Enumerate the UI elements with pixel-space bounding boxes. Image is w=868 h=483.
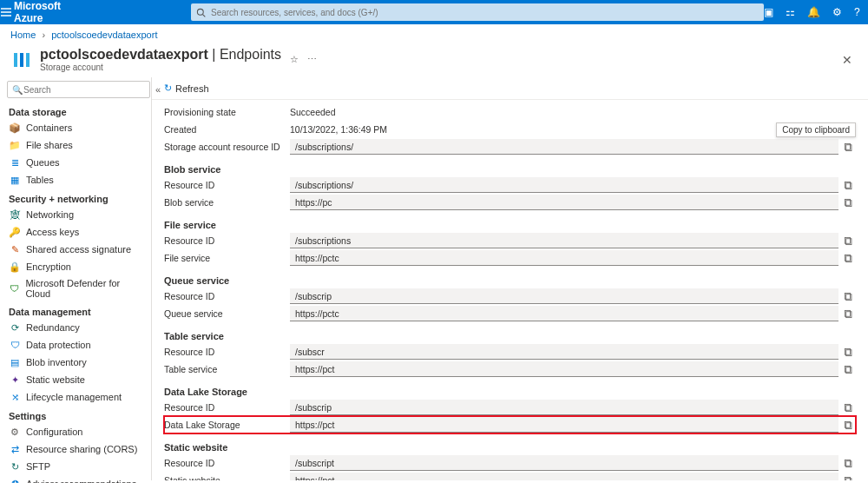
sidebar-item-label: Tables [26,175,54,185]
sidebar-item-advisor-recommendations[interactable]: ✪Advisor recommendations [0,475,151,483]
sidebar-item-encryption[interactable]: 🔒Encryption [0,258,151,275]
sidebar-item-shared-access-signature[interactable]: ✎Shared access signature [0,241,151,258]
property-field[interactable]: /subscriptions [290,233,838,248]
global-search-box[interactable] [191,3,764,21]
notifications-icon[interactable]: 🔔 [807,6,820,18]
property-value: 10/13/2022, 1:36:49 PM [290,124,387,135]
blade-name: Endpoints [220,47,281,62]
property-label: Data Lake Storage [164,420,290,430]
global-search [191,3,764,21]
sftp-icon: ↻ [9,460,21,473]
tables-icon: ▦ [9,174,21,186]
sidebar-item-sftp[interactable]: ↻SFTP [0,458,151,475]
copy-icon[interactable] [840,400,856,415]
copy-icon[interactable] [840,344,856,360]
sidebar-item-label: Static website [26,374,85,385]
copy-icon[interactable] [840,288,856,304]
sidebar-item-blob-inventory[interactable]: ▤Blob inventory [0,354,151,371]
sidebar-item-access-keys[interactable]: 🔑Access keys [0,223,151,241]
sidebar-item-resource-sharing-cors-[interactable]: ⇄Resource sharing (CORS) [0,440,151,458]
property-field[interactable]: https://pct [290,417,838,433]
property-row: Queue servicehttps://pctc [164,305,856,322]
sidebar-item-redundancy[interactable]: ⟳Redundancy [0,319,151,336]
svg-rect-3 [20,53,23,67]
property-label: Resource ID [164,347,290,357]
property-field[interactable]: https://pc [290,195,838,210]
property-field[interactable]: /subscrip [290,288,838,304]
sidebar-item-configuration[interactable]: ⚙Configuration [0,423,151,440]
sidebar-search-input[interactable] [7,81,150,98]
pin-icon[interactable]: ☆ [290,54,299,65]
sidebar-item-tables[interactable]: ▦Tables [0,171,151,189]
copy-icon[interactable] [840,306,856,321]
property-field[interactable]: https://pct [290,361,838,377]
refresh-label: Refresh [175,83,209,94]
global-search-input[interactable] [211,8,759,17]
sidebar-item-microsoft-defender-for-cloud[interactable]: 🛡Microsoft Defender for Cloud [0,275,151,301]
sidebar-item-label: Encryption [26,261,71,272]
copy-icon[interactable] [840,473,856,480]
help-icon[interactable]: ? [854,6,860,18]
copy-icon[interactable] [840,195,856,210]
property-field[interactable]: /subscriptions/ [290,139,838,155]
encryption-icon: 🔒 [9,261,21,273]
brand[interactable]: Microsoft Azure [12,0,191,24]
resource-type-icon [10,49,33,71]
containers-icon: 📦 [9,122,21,134]
property-field[interactable]: /subscriptions/ [290,177,838,193]
breadcrumb: Home › pctoolscoedevdataexport [0,24,868,45]
redundancy-icon: ⟳ [9,321,21,334]
settings-icon[interactable]: ⚙ [832,6,842,18]
sidebar-item-label: Shared access signature [26,244,131,255]
sidebar-item-containers[interactable]: 📦Containers [0,119,151,136]
refresh-button[interactable]: ↻ Refresh [164,83,209,94]
property-label: Queue service [164,308,290,319]
property-field[interactable]: /subscr [290,344,838,360]
copy-icon[interactable] [840,455,856,471]
sidebar-item-file-shares[interactable]: 📁File shares [0,136,151,154]
copy-icon[interactable] [840,177,856,193]
property-label: Resource ID [164,291,290,301]
sidebar-item-label: Configuration [26,427,82,437]
sidebar-item-label: Blob inventory [26,357,87,367]
svg-rect-29 [845,478,851,480]
cloud-shell-icon[interactable]: ▣ [764,6,773,18]
property-row: Resource ID/subscript [164,454,856,472]
command-bar: ↻ Refresh [152,77,868,100]
property-label: Provisioning state [164,107,290,117]
property-label: File service [164,253,290,263]
more-icon[interactable]: ⋯ [307,54,317,65]
hamburger-icon[interactable] [0,6,12,18]
property-field[interactable]: https://pctc [290,306,838,321]
resource-name: pctoolscoedevdataexport [40,47,208,62]
property-field[interactable]: /subscrip [290,400,838,415]
sidebar-item-data-protection[interactable]: 🛡Data protection [0,336,151,354]
sidebar-item-queues[interactable]: ≣Queues [0,154,151,171]
copy-icon[interactable] [840,417,856,433]
topbar: Microsoft Azure ▣ ⚏ 🔔 ⚙ ? ☺ [0,0,868,24]
property-label: Static website [164,475,290,480]
sidebar-item-lifecycle-management[interactable]: ⤨Lifecycle management [0,388,151,406]
sidebar-item-static-website[interactable]: ✦Static website [0,371,151,388]
sidebar-item-label: Queues [26,157,60,168]
breadcrumb-home[interactable]: Home [10,30,36,40]
copy-icon[interactable] [840,250,856,266]
copy-icon[interactable] [840,139,856,155]
svg-point-0 [197,9,203,15]
property-label: Created [164,124,290,135]
sidebar-section-title: Data storage [0,102,151,119]
access-keys-icon: 🔑 [9,226,21,238]
svg-rect-4 [26,53,30,67]
copy-icon[interactable] [840,233,856,248]
property-field[interactable]: https://pct [290,473,838,480]
property-field[interactable]: /subscript [290,455,838,471]
section-title: Blob service [164,155,856,176]
sidebar-item-networking[interactable]: 🕸Networking [0,206,151,223]
breadcrumb-resource[interactable]: pctoolscoedevdataexport [51,30,157,40]
sidebar-item-label: Microsoft Defender for Cloud [25,278,142,299]
close-icon[interactable]: ✕ [842,53,858,67]
directories-icon[interactable]: ⚏ [786,6,795,18]
copy-icon[interactable] [840,361,856,377]
property-field[interactable]: https://pctc [290,250,838,266]
sidebar-item-label: Lifecycle management [26,392,122,402]
